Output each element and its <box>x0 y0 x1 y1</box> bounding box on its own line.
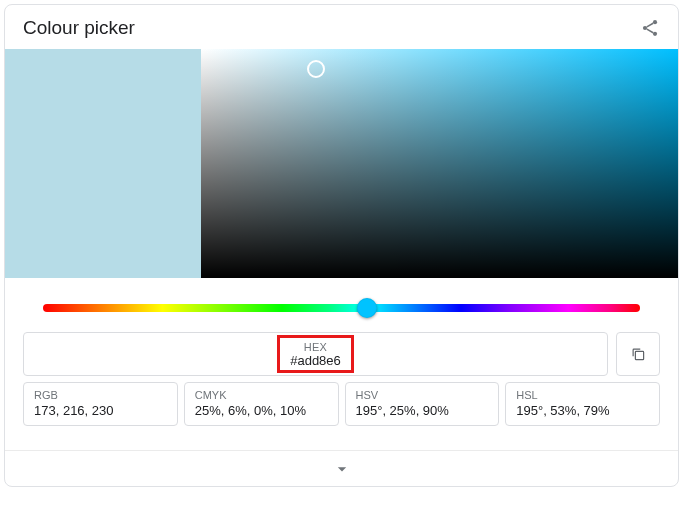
cmyk-field[interactable]: CMYK 25%, 6%, 0%, 10% <box>184 382 339 426</box>
page-title: Colour picker <box>23 17 135 39</box>
svg-point-2 <box>653 32 657 36</box>
hex-label: HEX <box>290 341 341 353</box>
saturation-value-canvas[interactable] <box>201 49 678 278</box>
rgb-value: 173, 216, 230 <box>34 403 167 418</box>
sv-handle[interactable] <box>307 60 325 78</box>
picker-area <box>5 49 678 278</box>
hsl-field[interactable]: HSL 195°, 53%, 79% <box>505 382 660 426</box>
share-button[interactable] <box>640 18 660 38</box>
share-icon <box>640 18 660 38</box>
svg-point-0 <box>653 20 657 24</box>
hex-highlight: HEX #add8e6 <box>277 335 354 373</box>
hsl-label: HSL <box>516 389 649 401</box>
copy-icon <box>629 345 647 363</box>
colour-picker-card: Colour picker HEX #add8e6 <box>4 4 679 487</box>
hsv-label: HSV <box>356 389 489 401</box>
svg-point-1 <box>643 26 647 30</box>
hsl-value: 195°, 53%, 79% <box>516 403 649 418</box>
hsv-field[interactable]: HSV 195°, 25%, 90% <box>345 382 500 426</box>
expand-button[interactable] <box>5 450 678 486</box>
hex-field[interactable]: HEX #add8e6 <box>23 332 608 376</box>
svg-rect-3 <box>635 351 643 359</box>
hue-slider[interactable] <box>43 304 640 312</box>
selected-colour-swatch <box>5 49 201 278</box>
hsv-value: 195°, 25%, 90% <box>356 403 489 418</box>
hue-slider-wrap <box>5 278 678 332</box>
copy-button[interactable] <box>616 332 660 376</box>
values-panel: HEX #add8e6 RGB 173, 216, 230 CMYK 25%, … <box>5 332 678 434</box>
rgb-label: RGB <box>34 389 167 401</box>
header: Colour picker <box>5 5 678 49</box>
cmyk-value: 25%, 6%, 0%, 10% <box>195 403 328 418</box>
hue-handle[interactable] <box>357 298 377 318</box>
hex-value: #add8e6 <box>290 353 341 368</box>
rgb-field[interactable]: RGB 173, 216, 230 <box>23 382 178 426</box>
chevron-down-icon <box>332 459 352 479</box>
cmyk-label: CMYK <box>195 389 328 401</box>
